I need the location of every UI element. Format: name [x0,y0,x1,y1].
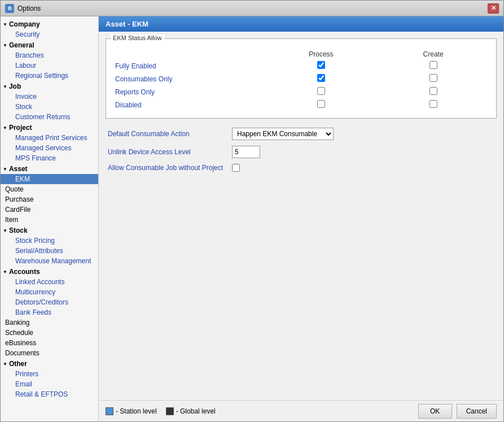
allow-consumable-label: Allow Consumable Job without Project [108,164,232,172]
sidebar-item-ebusiness[interactable]: eBusiness [1,338,98,348]
ok-button[interactable]: OK [418,404,452,419]
ekm-create-cell [377,59,489,72]
ekm-process-checkbox-1[interactable] [317,74,325,82]
sidebar-group-label: Project [9,124,32,132]
panel-header: Asset - EKM [99,16,503,32]
sidebar-group-job[interactable]: ▼Job [1,81,98,92]
unlink-device-row: Unlink Device Access Level [106,146,497,158]
default-consumable-select[interactable]: Happen EKM ConsumableOption 2 [232,128,334,140]
ekm-create-cell [377,98,489,111]
sidebar-item-bank-feeds[interactable]: Bank Feeds [1,307,98,317]
sidebar-group-other[interactable]: ▼Other [1,358,98,369]
col-process: Process [265,49,378,59]
global-color-box [166,407,174,415]
ekm-create-cell [377,85,489,98]
window-title: Options [17,5,488,12]
expand-icon: ▼ [3,228,7,233]
expand-icon: ▼ [3,167,7,172]
ekm-row-label: Disabled [113,98,265,111]
sidebar-item-managed-services[interactable]: Managed Services [1,143,98,153]
sidebar-item-linked-accounts[interactable]: Linked Accounts [1,277,98,287]
ekm-process-cell [265,72,378,85]
sidebar-item-ekm[interactable]: EKM [1,174,98,184]
sidebar-item-customer-returns[interactable]: Customer Returns [1,112,98,122]
global-legend: - Global level [166,407,216,415]
ekm-process-cell [265,98,378,111]
sidebar-group-company[interactable]: ▼Company [1,19,98,29]
ekm-process-cell [265,85,378,98]
cancel-button[interactable]: Cancel [457,404,497,419]
ekm-create-checkbox-3[interactable] [430,100,437,108]
ekm-create-checkbox-1[interactable] [430,74,437,82]
sidebar-item-stock-pricing[interactable]: Stock Pricing [1,236,98,246]
ekm-create-checkbox-0[interactable] [430,61,437,69]
sidebar-item-regional-settings[interactable]: Regional Settings [1,71,98,81]
window-icon: ⚙ [5,4,14,13]
sidebar-group-label: Stock [9,227,28,234]
sidebar-group-label: General [9,41,34,49]
sidebar-item-branches[interactable]: Branches [1,50,98,60]
main-panel: Asset - EKM EKM Status Allow Process Cre… [99,16,503,421]
sidebar-item-multicurrency[interactable]: Multicurrency [1,287,98,297]
unlink-device-input[interactable] [232,146,260,158]
ekm-row: Disabled [113,98,489,111]
unlink-device-label: Unlink Device Access Level [108,148,232,156]
options-window: ⚙ Options ✕ ▼CompanySecurity▼GeneralBran… [0,0,504,422]
sidebar-item-labour[interactable]: Labour [1,60,98,71]
col-label [113,49,265,59]
sidebar-group-accounts[interactable]: ▼Accounts [1,266,98,277]
sidebar-item-purchase[interactable]: Purchase [1,194,98,205]
ekm-row: Fully Enabled [113,59,489,72]
sidebar-item-debtors-creditors[interactable]: Debtors/Creditors [1,297,98,307]
sidebar-item-serial-attributes[interactable]: Serial/Attributes [1,246,98,256]
expand-icon: ▼ [3,125,7,130]
sidebar-item-stock[interactable]: Stock [1,102,98,112]
sidebar-item-retail-eftpos[interactable]: Retail & EFTPOS [1,389,98,399]
close-button[interactable]: ✕ [488,3,499,14]
ekm-group-title: EKM Status Allow [111,34,164,41]
expand-icon: ▼ [3,362,7,367]
ekm-process-checkbox-0[interactable] [317,61,325,69]
expand-icon: ▼ [3,84,7,89]
allow-consumable-checkbox[interactable] [232,164,240,172]
sidebar-item-managed-print-services[interactable]: Managed Print Services [1,133,98,143]
sidebar-item-mps-finance[interactable]: MPS Finance [1,153,98,163]
station-level-label: - Station level [116,407,157,415]
allow-consumable-row: Allow Consumable Job without Project [106,164,497,172]
sidebar-item-schedule[interactable]: Schedule [1,328,98,338]
sidebar-group-general[interactable]: ▼General [1,40,98,50]
sidebar-item-cardfile[interactable]: CardFile [1,205,98,215]
ekm-status-group: EKM Status Allow Process Create Fully En… [106,38,497,119]
sidebar-item-quote[interactable]: Quote [1,184,98,194]
ekm-process-checkbox-2[interactable] [317,87,325,95]
expand-icon: ▼ [3,22,7,27]
expand-icon: ▼ [3,43,7,48]
sidebar-item-warehouse-management[interactable]: Warehouse Management [1,256,98,266]
sidebar-item-email[interactable]: Email [1,379,98,389]
sidebar-group-asset[interactable]: ▼Asset [1,163,98,174]
ekm-row-label: Fully Enabled [113,59,265,72]
sidebar-group-stock-top[interactable]: ▼Stock [1,225,98,236]
content-area: ▼CompanySecurity▼GeneralBranchesLabourRe… [1,16,503,421]
ekm-process-cell [265,59,378,72]
sidebar-group-label: Other [9,360,27,368]
ekm-row: Consumables Only [113,72,489,85]
default-consumable-label: Default Consumable Action [108,130,232,138]
footer: - Station level - Global level OK Cancel [99,400,503,421]
panel-body: EKM Status Allow Process Create Fully En… [99,32,503,400]
ekm-process-checkbox-3[interactable] [317,100,325,108]
sidebar-group-project[interactable]: ▼Project [1,122,98,133]
sidebar-item-security[interactable]: Security [1,29,98,40]
sidebar-group-label: Job [9,82,21,90]
sidebar-group-label: Asset [9,165,28,173]
default-consumable-row: Default Consumable Action Happen EKM Con… [106,128,497,140]
sidebar-item-banking[interactable]: Banking [1,317,98,328]
sidebar-item-invoice[interactable]: Invoice [1,92,98,102]
ekm-create-checkbox-2[interactable] [430,87,437,95]
sidebar-item-printers[interactable]: Printers [1,369,98,379]
sidebar-item-documents[interactable]: Documents [1,348,98,358]
ekm-row-label: Reports Only [113,85,265,98]
title-bar: ⚙ Options ✕ [1,1,503,16]
sidebar-item-item[interactable]: Item [1,215,98,225]
station-legend: - Station level [106,407,157,415]
